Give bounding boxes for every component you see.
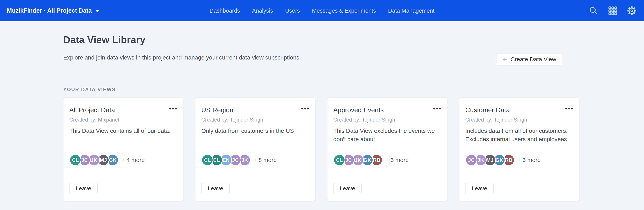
card-menu-button[interactable] bbox=[168, 107, 178, 110]
dot-icon bbox=[301, 108, 303, 109]
dot-icon bbox=[571, 108, 573, 109]
card-created-by: Created by: Tejinder Singh bbox=[333, 117, 395, 123]
card-footer: Leave bbox=[460, 177, 579, 201]
primary-nav: Dashboards Analysis Users Messages & Exp… bbox=[210, 0, 434, 21]
card-footer: Leave bbox=[64, 177, 183, 201]
top-nav-bar: MuzikFinder · All Project Data Dashboard… bbox=[0, 0, 644, 21]
section-label-your-data-views: YOUR DATA VIEWS bbox=[63, 87, 116, 92]
avatar-row: CLJCJKMJGK+ 4 more bbox=[69, 154, 145, 166]
main-content: Data View Library Explore and join data … bbox=[63, 21, 579, 210]
avatar: CL bbox=[69, 154, 82, 166]
chevron-down-icon bbox=[95, 10, 100, 12]
card-description: Only data from customers in the US bbox=[201, 127, 307, 135]
card-title: Customer Data bbox=[465, 106, 562, 114]
leave-button[interactable]: Leave bbox=[69, 183, 98, 194]
more-members-label: + 3 more bbox=[518, 157, 541, 163]
more-members-label: + 4 more bbox=[122, 157, 145, 163]
avatar-row: CLCLENJCJK+ 8 more bbox=[201, 154, 277, 166]
card-footer: Leave bbox=[328, 177, 447, 201]
data-view-card: Approved Events Created by: Tejinder Sin… bbox=[327, 98, 447, 201]
apps-grid-icon[interactable] bbox=[608, 6, 618, 15]
create-data-view-label: Create Data View bbox=[510, 56, 556, 63]
avatar-row: CLJCJKGKRB+ 3 more bbox=[333, 154, 409, 166]
dot-icon bbox=[433, 108, 435, 109]
nav-link-data-management[interactable]: Data Management bbox=[388, 7, 434, 14]
dot-icon bbox=[568, 108, 570, 109]
nav-link-users[interactable]: Users bbox=[285, 7, 300, 14]
leave-button[interactable]: Leave bbox=[333, 183, 362, 194]
dot-icon bbox=[439, 108, 441, 109]
data-view-card: Customer Data Created by: Tejinder Singh… bbox=[459, 98, 579, 201]
leave-button[interactable]: Leave bbox=[201, 183, 230, 194]
card-menu-button[interactable] bbox=[564, 107, 574, 110]
card-created-by: Created by: Mixpanel bbox=[69, 117, 119, 123]
data-view-card-grid: All Project Data Created by: Mixpanel Th… bbox=[63, 98, 579, 201]
dot-icon bbox=[304, 108, 306, 109]
create-data-view-button[interactable]: + Create Data View bbox=[497, 53, 562, 65]
avatar: CL bbox=[201, 154, 213, 166]
page-title: Data View Library bbox=[63, 34, 146, 45]
data-view-card: All Project Data Created by: Mixpanel Th… bbox=[63, 98, 183, 201]
topbar-icons bbox=[589, 0, 636, 21]
data-view-card: US Region Created by: Tejinder Singh Onl… bbox=[195, 98, 315, 201]
search-icon[interactable] bbox=[589, 6, 598, 15]
plus-icon: + bbox=[503, 55, 507, 63]
dot-icon bbox=[172, 108, 174, 109]
dot-icon bbox=[169, 108, 171, 109]
card-description: This Data View contains all of our data. bbox=[69, 127, 175, 135]
more-members-label: + 8 more bbox=[254, 157, 277, 163]
dot-icon bbox=[175, 108, 177, 109]
settings-gear-icon[interactable] bbox=[627, 6, 636, 15]
card-created-by: Created by: Tejinder Singh bbox=[465, 117, 527, 123]
card-menu-button[interactable] bbox=[432, 107, 442, 110]
card-menu-button[interactable] bbox=[300, 107, 310, 110]
avatar: CL bbox=[333, 154, 345, 166]
dot-icon bbox=[307, 108, 309, 109]
project-switcher[interactable]: MuzikFinder · All Project Data bbox=[7, 7, 100, 14]
avatar: JC bbox=[465, 154, 477, 166]
page-subtitle: Explore and join data views in this proj… bbox=[63, 54, 301, 61]
nav-link-messages-experiments[interactable]: Messages & Experiments bbox=[312, 7, 376, 14]
card-title: US Region bbox=[201, 106, 298, 114]
card-title: Approved Events bbox=[333, 106, 430, 114]
card-description: This Data View excludes the events we do… bbox=[333, 127, 439, 143]
avatar-row: JCJKMJGKRB+ 3 more bbox=[465, 154, 541, 166]
card-title: All Project Data bbox=[69, 106, 166, 114]
nav-link-analysis[interactable]: Analysis bbox=[252, 7, 273, 14]
dot-icon bbox=[565, 108, 567, 109]
leave-button[interactable]: Leave bbox=[465, 183, 494, 194]
card-created-by: Created by: Tejinder Singh bbox=[201, 117, 263, 123]
card-footer: Leave bbox=[196, 177, 315, 201]
dot-icon bbox=[436, 108, 438, 109]
project-switcher-label: MuzikFinder · All Project Data bbox=[7, 7, 92, 14]
more-members-label: + 3 more bbox=[386, 157, 409, 163]
nav-link-dashboards[interactable]: Dashboards bbox=[210, 7, 240, 14]
card-description: Includes data from all of our customers.… bbox=[465, 127, 571, 143]
